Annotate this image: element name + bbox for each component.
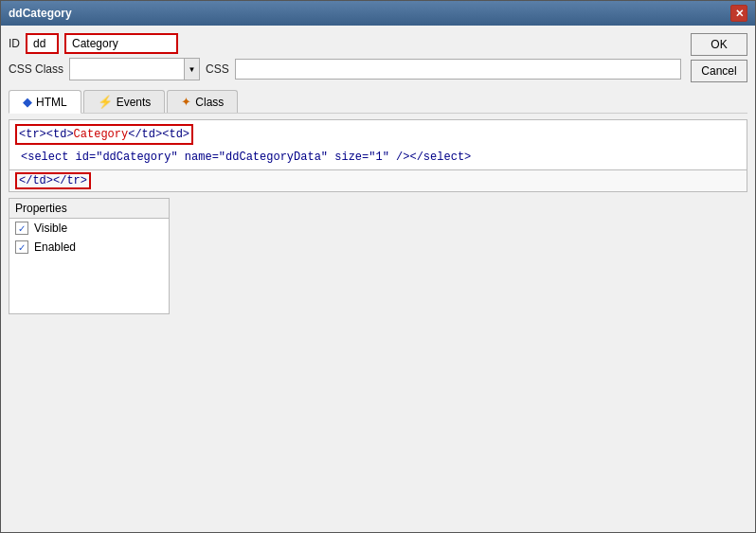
editor-close-tag: </td></tr> — [15, 172, 91, 189]
line1-text: Category — [74, 128, 129, 141]
css-label: CSS — [206, 62, 229, 76]
id-row: ID dd Category — [9, 33, 681, 54]
editor-line2-content: <select id="ddCategory" name="ddCategory… — [15, 149, 477, 166]
bottom-area: <tr><td>Category</td><td> <select id="dd… — [9, 119, 747, 524]
visible-label: Visible — [34, 222, 67, 235]
main-window: ddCategory ✕ ID dd Category CSS Cl — [0, 0, 756, 533]
tab-class-label: Class — [195, 96, 224, 109]
line1-close-tag: </td><td> — [128, 128, 189, 141]
tab-events-label: Events — [117, 96, 152, 109]
properties-section: Properties ✓ Visible ✓ Enabled — [9, 198, 170, 314]
property-enabled: ✓ Enabled — [9, 238, 169, 257]
editor-line1-highlight: <tr><td>Category</td><td> — [15, 124, 193, 145]
id-category-value: Category — [72, 37, 118, 50]
window-title: ddCategory — [9, 7, 72, 20]
left-fields: ID dd Category CSS Class ▼ CSS — [9, 33, 681, 80]
ok-button[interactable]: OK — [691, 33, 747, 56]
tab-html-label: HTML — [36, 96, 67, 109]
events-icon: ⚡ — [98, 95, 113, 109]
enabled-checkbox[interactable]: ✓ — [15, 240, 28, 254]
title-bar: ddCategory ✕ — [1, 1, 755, 26]
tab-events[interactable]: ⚡ Events — [83, 90, 166, 113]
css-class-label: CSS Class — [9, 62, 63, 76]
enabled-label: Enabled — [34, 240, 76, 254]
main-editor[interactable]: <tr><td>Category</td><td> <select id="dd… — [9, 119, 747, 192]
class-icon: ✦ — [181, 95, 191, 109]
visible-checkbox[interactable]: ✓ — [15, 222, 28, 235]
id-category-input[interactable]: Category — [64, 33, 178, 54]
editor-container: <tr><td>Category</td><td> <select id="dd… — [9, 119, 747, 314]
properties-spacer — [9, 257, 169, 313]
property-visible: ✓ Visible — [9, 219, 169, 238]
id-label: ID — [9, 37, 20, 50]
close-button[interactable]: ✕ — [730, 5, 747, 22]
html-icon: ◆ — [23, 95, 32, 109]
editor-bottom-bar: </td></tr> — [9, 169, 747, 191]
css-input[interactable] — [235, 59, 681, 80]
css-class-row: CSS Class ▼ CSS — [9, 58, 681, 80]
content-area: ID dd Category CSS Class ▼ CSS — [1, 26, 755, 532]
css-class-input[interactable] — [70, 59, 184, 80]
header-section: ID dd Category CSS Class ▼ CSS — [9, 33, 747, 82]
tab-html[interactable]: ◆ HTML — [9, 90, 81, 114]
editor-line-1: <tr><td>Category</td><td> — [9, 122, 747, 147]
action-buttons: OK Cancel — [691, 33, 747, 82]
line1-open-tag: <tr><td> — [19, 128, 74, 141]
tabs-row: ◆ HTML ⚡ Events ✦ Class — [9, 90, 747, 114]
cancel-button[interactable]: Cancel — [691, 60, 747, 82]
editor-line-2: <select id="ddCategory" name="ddCategory… — [9, 147, 747, 168]
properties-header: Properties — [9, 199, 169, 219]
id-dd-value: dd — [33, 37, 45, 50]
css-class-dropdown-arrow[interactable]: ▼ — [184, 59, 199, 80]
tab-class[interactable]: ✦ Class — [167, 90, 238, 113]
id-dd-input[interactable]: dd — [26, 33, 59, 54]
editor-body: <tr><td>Category</td><td> <select id="dd… — [9, 120, 747, 169]
